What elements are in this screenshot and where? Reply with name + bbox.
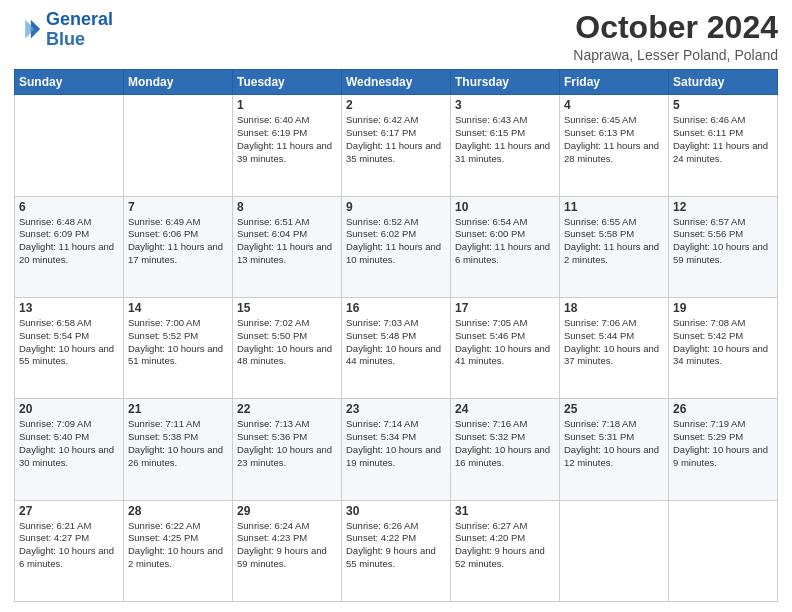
- day-cell: 30Sunrise: 6:26 AM Sunset: 4:22 PM Dayli…: [342, 500, 451, 601]
- day-cell: 26Sunrise: 7:19 AM Sunset: 5:29 PM Dayli…: [669, 399, 778, 500]
- day-info: Sunrise: 7:06 AM Sunset: 5:44 PM Dayligh…: [564, 317, 664, 368]
- day-info: Sunrise: 7:11 AM Sunset: 5:38 PM Dayligh…: [128, 418, 228, 469]
- day-number: 30: [346, 504, 446, 518]
- weekday-header-thursday: Thursday: [451, 70, 560, 95]
- day-info: Sunrise: 7:19 AM Sunset: 5:29 PM Dayligh…: [673, 418, 773, 469]
- day-info: Sunrise: 6:22 AM Sunset: 4:25 PM Dayligh…: [128, 520, 228, 571]
- week-row-3: 20Sunrise: 7:09 AM Sunset: 5:40 PM Dayli…: [15, 399, 778, 500]
- day-info: Sunrise: 6:52 AM Sunset: 6:02 PM Dayligh…: [346, 216, 446, 267]
- day-cell: [124, 95, 233, 196]
- day-number: 16: [346, 301, 446, 315]
- day-cell: 27Sunrise: 6:21 AM Sunset: 4:27 PM Dayli…: [15, 500, 124, 601]
- day-number: 18: [564, 301, 664, 315]
- day-cell: 4Sunrise: 6:45 AM Sunset: 6:13 PM Daylig…: [560, 95, 669, 196]
- logo-line1: General: [46, 9, 113, 29]
- week-row-0: 1Sunrise: 6:40 AM Sunset: 6:19 PM Daylig…: [15, 95, 778, 196]
- page: General Blue October 2024 Naprawa, Lesse…: [0, 0, 792, 612]
- title-block: October 2024 Naprawa, Lesser Poland, Pol…: [573, 10, 778, 63]
- day-cell: 29Sunrise: 6:24 AM Sunset: 4:23 PM Dayli…: [233, 500, 342, 601]
- day-cell: 12Sunrise: 6:57 AM Sunset: 5:56 PM Dayli…: [669, 196, 778, 297]
- day-number: 17: [455, 301, 555, 315]
- day-info: Sunrise: 6:51 AM Sunset: 6:04 PM Dayligh…: [237, 216, 337, 267]
- weekday-header-wednesday: Wednesday: [342, 70, 451, 95]
- day-cell: 15Sunrise: 7:02 AM Sunset: 5:50 PM Dayli…: [233, 297, 342, 398]
- day-number: 5: [673, 98, 773, 112]
- day-number: 27: [19, 504, 119, 518]
- day-number: 10: [455, 200, 555, 214]
- day-number: 7: [128, 200, 228, 214]
- day-number: 20: [19, 402, 119, 416]
- day-number: 12: [673, 200, 773, 214]
- day-cell: 19Sunrise: 7:08 AM Sunset: 5:42 PM Dayli…: [669, 297, 778, 398]
- day-cell: 31Sunrise: 6:27 AM Sunset: 4:20 PM Dayli…: [451, 500, 560, 601]
- day-info: Sunrise: 6:46 AM Sunset: 6:11 PM Dayligh…: [673, 114, 773, 165]
- day-cell: 17Sunrise: 7:05 AM Sunset: 5:46 PM Dayli…: [451, 297, 560, 398]
- day-info: Sunrise: 6:54 AM Sunset: 6:00 PM Dayligh…: [455, 216, 555, 267]
- weekday-header-tuesday: Tuesday: [233, 70, 342, 95]
- day-info: Sunrise: 6:40 AM Sunset: 6:19 PM Dayligh…: [237, 114, 337, 165]
- day-cell: 14Sunrise: 7:00 AM Sunset: 5:52 PM Dayli…: [124, 297, 233, 398]
- day-number: 21: [128, 402, 228, 416]
- day-info: Sunrise: 7:05 AM Sunset: 5:46 PM Dayligh…: [455, 317, 555, 368]
- logo: General Blue: [14, 10, 113, 50]
- weekday-header-sunday: Sunday: [15, 70, 124, 95]
- day-cell: 7Sunrise: 6:49 AM Sunset: 6:06 PM Daylig…: [124, 196, 233, 297]
- logo-icon: [14, 16, 42, 44]
- day-cell: 21Sunrise: 7:11 AM Sunset: 5:38 PM Dayli…: [124, 399, 233, 500]
- day-number: 28: [128, 504, 228, 518]
- day-cell: 22Sunrise: 7:13 AM Sunset: 5:36 PM Dayli…: [233, 399, 342, 500]
- day-cell: 20Sunrise: 7:09 AM Sunset: 5:40 PM Dayli…: [15, 399, 124, 500]
- day-number: 23: [346, 402, 446, 416]
- day-info: Sunrise: 7:16 AM Sunset: 5:32 PM Dayligh…: [455, 418, 555, 469]
- day-info: Sunrise: 7:13 AM Sunset: 5:36 PM Dayligh…: [237, 418, 337, 469]
- location: Naprawa, Lesser Poland, Poland: [573, 47, 778, 63]
- day-cell: 1Sunrise: 6:40 AM Sunset: 6:19 PM Daylig…: [233, 95, 342, 196]
- day-info: Sunrise: 7:00 AM Sunset: 5:52 PM Dayligh…: [128, 317, 228, 368]
- day-info: Sunrise: 6:49 AM Sunset: 6:06 PM Dayligh…: [128, 216, 228, 267]
- day-number: 19: [673, 301, 773, 315]
- day-number: 31: [455, 504, 555, 518]
- day-cell: 13Sunrise: 6:58 AM Sunset: 5:54 PM Dayli…: [15, 297, 124, 398]
- weekday-header-monday: Monday: [124, 70, 233, 95]
- day-cell: 5Sunrise: 6:46 AM Sunset: 6:11 PM Daylig…: [669, 95, 778, 196]
- day-cell: 3Sunrise: 6:43 AM Sunset: 6:15 PM Daylig…: [451, 95, 560, 196]
- day-info: Sunrise: 7:03 AM Sunset: 5:48 PM Dayligh…: [346, 317, 446, 368]
- day-cell: 23Sunrise: 7:14 AM Sunset: 5:34 PM Dayli…: [342, 399, 451, 500]
- day-info: Sunrise: 6:58 AM Sunset: 5:54 PM Dayligh…: [19, 317, 119, 368]
- day-number: 22: [237, 402, 337, 416]
- day-info: Sunrise: 6:27 AM Sunset: 4:20 PM Dayligh…: [455, 520, 555, 571]
- logo-line2: Blue: [46, 29, 85, 49]
- week-row-2: 13Sunrise: 6:58 AM Sunset: 5:54 PM Dayli…: [15, 297, 778, 398]
- day-cell: 25Sunrise: 7:18 AM Sunset: 5:31 PM Dayli…: [560, 399, 669, 500]
- day-number: 8: [237, 200, 337, 214]
- day-cell: 18Sunrise: 7:06 AM Sunset: 5:44 PM Dayli…: [560, 297, 669, 398]
- day-cell: 9Sunrise: 6:52 AM Sunset: 6:02 PM Daylig…: [342, 196, 451, 297]
- day-number: 15: [237, 301, 337, 315]
- day-info: Sunrise: 6:43 AM Sunset: 6:15 PM Dayligh…: [455, 114, 555, 165]
- header: General Blue October 2024 Naprawa, Lesse…: [14, 10, 778, 63]
- day-info: Sunrise: 6:57 AM Sunset: 5:56 PM Dayligh…: [673, 216, 773, 267]
- day-number: 1: [237, 98, 337, 112]
- day-cell: 6Sunrise: 6:48 AM Sunset: 6:09 PM Daylig…: [15, 196, 124, 297]
- day-cell: [560, 500, 669, 601]
- calendar-table: SundayMondayTuesdayWednesdayThursdayFrid…: [14, 69, 778, 602]
- day-cell: 11Sunrise: 6:55 AM Sunset: 5:58 PM Dayli…: [560, 196, 669, 297]
- weekday-header-saturday: Saturday: [669, 70, 778, 95]
- week-row-1: 6Sunrise: 6:48 AM Sunset: 6:09 PM Daylig…: [15, 196, 778, 297]
- day-number: 29: [237, 504, 337, 518]
- day-info: Sunrise: 6:21 AM Sunset: 4:27 PM Dayligh…: [19, 520, 119, 571]
- day-cell: 10Sunrise: 6:54 AM Sunset: 6:00 PM Dayli…: [451, 196, 560, 297]
- day-number: 2: [346, 98, 446, 112]
- day-info: Sunrise: 6:24 AM Sunset: 4:23 PM Dayligh…: [237, 520, 337, 571]
- day-info: Sunrise: 7:08 AM Sunset: 5:42 PM Dayligh…: [673, 317, 773, 368]
- day-info: Sunrise: 7:09 AM Sunset: 5:40 PM Dayligh…: [19, 418, 119, 469]
- weekday-header-row: SundayMondayTuesdayWednesdayThursdayFrid…: [15, 70, 778, 95]
- day-cell: [15, 95, 124, 196]
- day-number: 6: [19, 200, 119, 214]
- day-info: Sunrise: 7:02 AM Sunset: 5:50 PM Dayligh…: [237, 317, 337, 368]
- day-info: Sunrise: 6:26 AM Sunset: 4:22 PM Dayligh…: [346, 520, 446, 571]
- day-info: Sunrise: 6:55 AM Sunset: 5:58 PM Dayligh…: [564, 216, 664, 267]
- day-number: 3: [455, 98, 555, 112]
- day-info: Sunrise: 7:14 AM Sunset: 5:34 PM Dayligh…: [346, 418, 446, 469]
- day-info: Sunrise: 6:42 AM Sunset: 6:17 PM Dayligh…: [346, 114, 446, 165]
